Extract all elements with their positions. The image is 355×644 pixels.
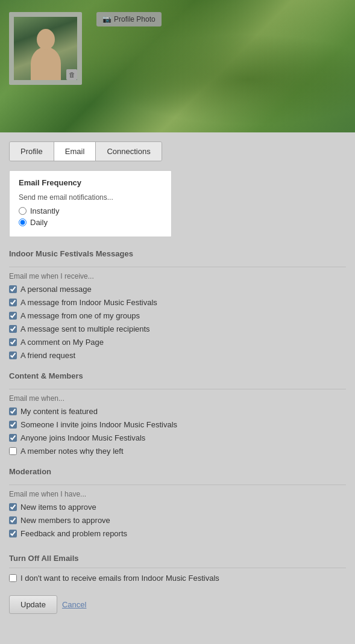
list-item: I don't want to receive emails from Indo… [9,573,346,583]
label-personal-message: A personal message [20,285,92,294]
content-divider [9,389,346,389]
checkbox-no-emails[interactable] [9,574,17,582]
label-items-approve: New items to approve [20,503,96,512]
radio-instantly-input[interactable] [19,207,27,215]
turn-off-section: Turn Off All Emails I don't want to rece… [9,548,346,583]
label-members-approve: New members to approve [20,516,110,525]
label-featured: My content is featured [20,407,98,416]
list-item: My content is featured [9,406,346,416]
cancel-button[interactable]: Cancel [62,600,86,609]
main-content: Profile Email Connections Email Frequenc… [0,132,355,644]
delete-icon[interactable]: 🗑 [66,69,77,80]
checkbox-members-approve[interactable] [9,516,17,524]
list-item: A message sent to multiple recipients [9,324,346,334]
checkbox-comment-page[interactable] [9,338,17,346]
camera-icon: 📷 [102,15,112,23]
button-row: Update Cancel [9,595,346,614]
list-item: Someone I invite joins Indoor Music Fest… [9,420,346,430]
checkbox-items-approve[interactable] [9,503,17,511]
tab-bar: Profile Email Connections [9,141,162,161]
label-no-emails: I don't want to receive emails from Indo… [20,574,219,583]
checkbox-member-notes[interactable] [9,447,17,455]
label-multiple-message: A message sent to multiple recipients [20,324,150,333]
list-item: A personal message [9,284,346,294]
content-section-header: Content & Members [9,371,346,382]
list-item: A message from Indoor Music Festivals [9,297,346,308]
radio-daily-input[interactable] [19,218,27,226]
list-item: A comment on My Page [9,337,346,347]
list-item: Feedback and problem reports [9,528,346,539]
tab-profile[interactable]: Profile [10,142,54,161]
label-feedback: Feedback and problem reports [20,529,127,538]
profile-photo-label: Profile Photo [114,15,156,23]
checkbox-multiple-message[interactable] [9,325,17,333]
moderation-section-header: Moderation [9,467,346,477]
checkbox-feedback[interactable] [9,530,17,537]
indoor-email-when: Email me when I receive... [9,272,346,280]
radio-daily[interactable]: Daily [19,218,162,227]
label-imf-message: A message from Indoor Music Festivals [20,298,157,307]
checkbox-invite-joins[interactable] [9,421,17,429]
content-email-when: Email me when... [9,394,346,403]
indoor-divider [9,267,346,267]
email-frequency-title: Email Frequency [19,178,162,187]
label-anyone-joins: Anyone joins Indoor Music Festivals [20,433,145,442]
tab-email[interactable]: Email [54,142,96,161]
radio-instantly[interactable]: Instantly [19,206,162,215]
list-item: A member notes why they left [9,446,346,456]
radio-instantly-label: Instantly [30,206,59,215]
checkbox-anyone-joins[interactable] [9,434,17,442]
moderation-email-when: Email me when I have... [9,490,346,498]
label-comment-page: A comment on My Page [20,338,104,347]
list-item: A friend request [9,350,346,361]
checkbox-featured[interactable] [9,407,17,415]
checkbox-imf-message[interactable] [9,299,17,306]
label-invite-joins: Someone I invite joins Indoor Music Fest… [20,420,177,429]
update-button[interactable]: Update [9,595,57,614]
label-friend-request: A friend request [20,351,75,360]
checkbox-personal-message[interactable] [9,285,17,293]
list-item: A message from one of my groups [9,311,346,321]
list-item: Anyone joins Indoor Music Festivals [9,433,346,443]
turn-off-label: Turn Off All Emails [9,554,346,563]
checkbox-group-message[interactable] [9,312,17,320]
profile-photo-button[interactable]: 📷 Profile Photo [96,12,162,26]
email-frequency-card: Email Frequency Send me email notificati… [9,170,172,237]
label-member-notes: A member notes why they left [20,447,124,456]
top-banner: 🗑 📷 Profile Photo [0,0,355,132]
label-group-message: A message from one of my groups [20,311,140,320]
photo-container: 🗑 [9,12,82,85]
radio-daily-label: Daily [30,218,48,227]
list-item: New items to approve [9,502,346,512]
indoor-section-header: Indoor Music Festivals Messages [9,249,346,259]
list-item: New members to approve [9,515,346,525]
moderation-divider [9,485,346,485]
checkbox-friend-request[interactable] [9,351,17,359]
turn-off-divider [9,568,346,568]
email-frequency-subtitle: Send me email notifications... [19,193,162,202]
tab-connections[interactable]: Connections [96,142,161,161]
